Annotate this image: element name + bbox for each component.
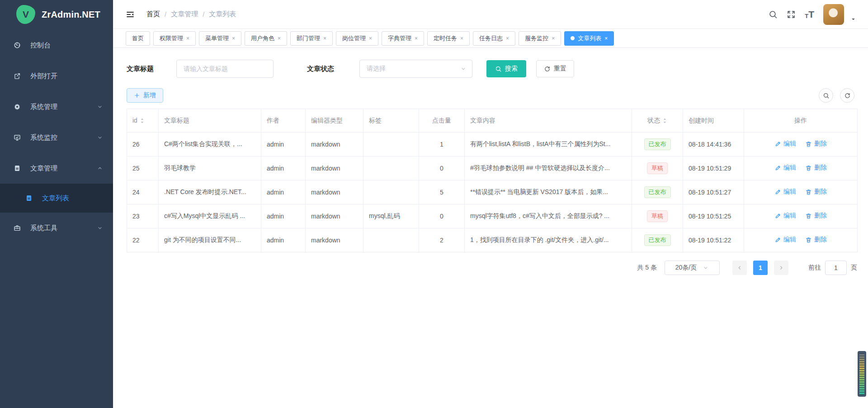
delete-button[interactable]: 删除 bbox=[805, 164, 827, 172]
tab-label: 权限管理 bbox=[160, 34, 183, 43]
edit-button[interactable]: 编辑 bbox=[774, 236, 796, 244]
cell-editor: markdown bbox=[306, 180, 363, 204]
tab-item[interactable]: 任务日志× bbox=[473, 31, 515, 46]
main-area: 首页/文章管理/文章列表 TT 首页权限管理×菜单管理×用户角色×部门管理×岗位… bbox=[113, 0, 868, 408]
cell-actions: 编辑删除 bbox=[744, 157, 858, 180]
cell-id: 23 bbox=[127, 204, 159, 228]
edit-button[interactable]: 编辑 bbox=[774, 164, 796, 172]
column-header: 文章标题 bbox=[159, 109, 261, 133]
sidebar-item[interactable]: 文章列表 bbox=[0, 184, 113, 213]
tab-item[interactable]: 用户角色× bbox=[245, 31, 287, 46]
reset-button[interactable]: 重置 bbox=[536, 60, 574, 77]
column-label: 创建时间 bbox=[689, 117, 714, 124]
article-status-select[interactable]: 请选择 bbox=[359, 60, 472, 78]
refresh-table-button[interactable] bbox=[840, 88, 854, 103]
app-logo[interactable]: V ZrAdmin.NET bbox=[0, 0, 113, 29]
close-icon[interactable]: × bbox=[552, 35, 555, 42]
monitor-icon bbox=[14, 134, 24, 141]
pagination: 共 5 条 20条/页 1 前往 页 bbox=[127, 261, 857, 275]
sidebar-item[interactable]: 系统工具 bbox=[0, 213, 113, 243]
table-row: 26C#两个list集合实现关联，...adminmarkdown1有两个lis… bbox=[127, 133, 858, 157]
sidebar-collapse-icon[interactable] bbox=[126, 10, 135, 19]
search-icon[interactable] bbox=[769, 10, 778, 19]
search-icon bbox=[495, 66, 502, 72]
prev-page-button[interactable] bbox=[732, 261, 747, 275]
delete-button[interactable]: 删除 bbox=[805, 188, 827, 196]
breadcrumb: 首页/文章管理/文章列表 bbox=[146, 10, 236, 19]
tab-item[interactable]: 岗位管理× bbox=[336, 31, 378, 46]
close-icon[interactable]: × bbox=[604, 35, 608, 42]
article-title-input[interactable] bbox=[176, 60, 274, 78]
close-icon[interactable]: × bbox=[460, 35, 463, 42]
tab-item[interactable]: 定时任务× bbox=[427, 31, 470, 46]
close-icon[interactable]: × bbox=[186, 35, 189, 42]
sidebar-item-label: 文章管理 bbox=[30, 164, 97, 173]
close-icon[interactable]: × bbox=[369, 35, 372, 42]
delete-button[interactable]: 删除 bbox=[805, 140, 827, 148]
pagination-total: 共 5 条 bbox=[637, 264, 657, 272]
cell-content: #羽毛球拍参数说明 ## 中管软硬选择以及长度介... bbox=[465, 157, 632, 180]
sidebar-item[interactable]: 系统监控 bbox=[0, 122, 113, 153]
column-header[interactable]: id bbox=[127, 109, 159, 133]
breadcrumb-separator: / bbox=[165, 10, 166, 18]
sidebar-item[interactable]: 外部打开 bbox=[0, 61, 113, 91]
table-header-row: id文章标题作者编辑器类型标签点击量文章内容状态创建时间操作 bbox=[127, 109, 858, 133]
cell-actions: 编辑删除 bbox=[744, 180, 858, 204]
avatar[interactable] bbox=[823, 4, 844, 25]
activity-meter-bar bbox=[859, 353, 864, 395]
status-badge: 草稿 bbox=[647, 210, 668, 222]
articles-table: id文章标题作者编辑器类型标签点击量文章内容状态创建时间操作 26C#两个lis… bbox=[127, 109, 858, 252]
breadcrumb-item[interactable]: 首页 bbox=[146, 10, 160, 19]
edit-icon bbox=[774, 213, 781, 219]
sidebar-item[interactable]: 控制台 bbox=[0, 30, 113, 61]
cell-tags bbox=[363, 133, 419, 157]
tab-active[interactable]: 文章列表× bbox=[564, 31, 614, 46]
breadcrumb-item[interactable]: 文章管理 bbox=[171, 10, 198, 19]
tab-item[interactable]: 字典管理× bbox=[382, 31, 424, 46]
delete-button[interactable]: 删除 bbox=[805, 212, 827, 220]
show-search-button[interactable] bbox=[819, 88, 833, 103]
tab-label: 岗位管理 bbox=[342, 34, 366, 43]
edit-button[interactable]: 编辑 bbox=[774, 212, 796, 220]
column-header[interactable]: 状态 bbox=[632, 109, 683, 133]
add-button[interactable]: 新增 bbox=[127, 88, 163, 103]
page-size-select[interactable]: 20条/页 bbox=[665, 261, 720, 275]
sidebar-item[interactable]: 文章管理 bbox=[0, 153, 113, 184]
goto-unit-label: 页 bbox=[851, 264, 857, 272]
fullscreen-icon[interactable] bbox=[787, 10, 796, 19]
close-icon[interactable]: × bbox=[415, 35, 418, 42]
caret-down-icon[interactable] bbox=[850, 16, 856, 22]
tab-item[interactable]: 首页 bbox=[126, 31, 150, 46]
search-button[interactable]: 搜索 bbox=[486, 60, 526, 77]
sidebar-item-label: 系统监控 bbox=[30, 133, 97, 142]
close-icon[interactable]: × bbox=[323, 35, 326, 42]
column-header: 创建时间 bbox=[683, 109, 744, 133]
edit-button[interactable]: 编辑 bbox=[774, 188, 796, 196]
delete-button[interactable]: 删除 bbox=[805, 236, 827, 244]
edit-button[interactable]: 编辑 bbox=[774, 140, 796, 148]
sidebar-menu: 控制台外部打开系统管理系统监控文章管理文章列表系统工具 bbox=[0, 30, 113, 243]
chevron-down-icon bbox=[97, 225, 103, 231]
sidebar-item[interactable]: 系统管理 bbox=[0, 91, 113, 122]
tab-item[interactable]: 菜单管理× bbox=[199, 31, 241, 46]
cell-tags bbox=[363, 228, 419, 252]
tab-item[interactable]: 权限管理× bbox=[153, 31, 196, 46]
article-status-label: 文章状态 bbox=[307, 65, 334, 73]
cell-author: admin bbox=[261, 180, 306, 204]
status-badge: 草稿 bbox=[647, 162, 668, 174]
next-page-button[interactable] bbox=[774, 261, 788, 275]
close-icon[interactable]: × bbox=[278, 35, 281, 42]
close-icon[interactable]: × bbox=[506, 35, 509, 42]
close-icon[interactable]: × bbox=[232, 35, 235, 42]
table-row: 24.NET Core 发布时提示.NET...adminmarkdown5**… bbox=[127, 180, 858, 204]
page-number-button[interactable]: 1 bbox=[753, 261, 768, 275]
app-title: ZrAdmin.NET bbox=[42, 9, 100, 20]
column-label: 点击量 bbox=[432, 117, 451, 124]
sidebar-item-label: 控制台 bbox=[30, 41, 103, 50]
tab-label: 文章列表 bbox=[578, 34, 601, 43]
text-size-icon[interactable]: TT bbox=[805, 9, 814, 19]
tab-item[interactable]: 服务监控× bbox=[519, 31, 561, 46]
tab-item[interactable]: 部门管理× bbox=[290, 31, 333, 46]
goto-page-input[interactable] bbox=[825, 261, 847, 275]
cell-title: c#写入Mysql中文显示乱码 ... bbox=[159, 204, 261, 228]
